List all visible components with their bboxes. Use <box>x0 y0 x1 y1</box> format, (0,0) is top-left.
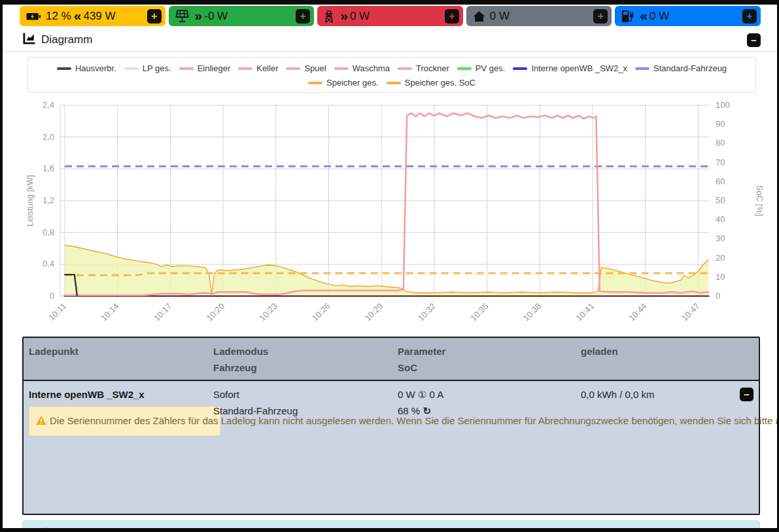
battery-charging-icon <box>26 10 41 22</box>
flow-direction-icon: » <box>340 8 347 24</box>
legend-item[interactable]: Hausverbr. <box>57 63 116 73</box>
svg-text:0,4: 0,4 <box>43 259 54 269</box>
flow-direction-icon: « <box>640 8 646 24</box>
svg-text:0: 0 <box>50 291 54 301</box>
svg-text:10:32: 10:32 <box>415 301 438 324</box>
svg-text:40: 40 <box>716 214 725 224</box>
warning-icon <box>35 413 47 431</box>
legend-swatch <box>398 67 412 70</box>
status-badge-grid[interactable]: »0 W+ <box>317 6 463 26</box>
legend-label: Trockner <box>416 63 449 73</box>
house-icon <box>473 10 485 22</box>
svg-text:0: 0 <box>716 291 720 301</box>
svg-text:10: 10 <box>716 272 725 282</box>
legend-item[interactable]: PV ges. <box>457 63 506 73</box>
badge-expand-button[interactable]: + <box>593 9 608 24</box>
legend-item[interactable]: LP ges. <box>124 63 171 73</box>
status-badge-house[interactable]: 0 W+ <box>466 6 612 26</box>
openwb-page: 12 %«439 W+»-0 W+»0 W+0 W+«0 W+ Diagramm… <box>3 5 777 528</box>
badge-expand-button[interactable]: + <box>147 9 162 24</box>
svg-text:10:38: 10:38 <box>521 301 544 324</box>
legend-swatch <box>124 67 139 70</box>
area-chart-icon <box>22 33 35 47</box>
svg-text:10:41: 10:41 <box>574 301 597 324</box>
badge-power-value: 439 W <box>83 10 115 23</box>
svg-text:10:26: 10:26 <box>310 301 332 324</box>
charge-mode: Sofort <box>213 386 398 403</box>
diagram-header: Diagramm − <box>3 31 777 52</box>
legend-swatch <box>308 82 322 84</box>
svg-text:10:44: 10:44 <box>627 301 649 324</box>
legend-item[interactable]: Standard-Fahrzeug <box>635 63 727 73</box>
legend-item[interactable]: Einlieger <box>179 63 231 73</box>
svg-text:20: 20 <box>716 253 725 263</box>
table-header: Ladepunkt LademodusFahrzeug ParameterSoC… <box>24 338 759 380</box>
transmission-tower-icon <box>324 9 334 23</box>
svg-text:10:17: 10:17 <box>152 301 174 324</box>
badge-expand-button[interactable]: + <box>742 9 757 24</box>
svg-text:1,6: 1,6 <box>43 163 54 173</box>
header-ladepunkt: Ladepunkt <box>29 343 213 359</box>
svg-text:10:47: 10:47 <box>680 301 702 324</box>
header-geladen: geladen <box>581 343 731 359</box>
legend-swatch <box>635 67 649 70</box>
chargepoint-table: Ladepunkt LademodusFahrzeug ParameterSoC… <box>22 337 760 515</box>
power-chart: 00,40,81,21,62,02,4010203040506070809010… <box>22 96 765 331</box>
charge-parameter: 0 W ① 0 A <box>398 386 581 403</box>
row-collapse-button[interactable]: − <box>740 388 753 401</box>
vehicle-name: Standard-Fahrzeug <box>213 403 398 419</box>
chargepoint-name: Interne openWB _SW2_x <box>29 386 213 403</box>
serial-warning-box: Die Seriennummer des Zählers für das Lad… <box>29 407 220 436</box>
diagram-collapse-button[interactable]: − <box>747 33 761 47</box>
svg-text:10:29: 10:29 <box>363 301 385 324</box>
svg-text:80: 80 <box>716 138 725 148</box>
chart-area: 00,40,81,21,62,02,4010203040506070809010… <box>22 96 777 334</box>
legend-label: PV ges. <box>476 63 506 73</box>
legend-label: Einlieger <box>198 63 231 73</box>
svg-text:100: 100 <box>716 100 730 110</box>
table-row: Interne openWB _SW2_x Die Seriennummer d… <box>24 380 759 514</box>
legend-label: Hausverbr. <box>75 63 116 73</box>
chart-legend: Hausverbr.LP ges.EinliegerKellerSpuelWas… <box>27 57 756 93</box>
solar-panel-icon <box>175 10 189 22</box>
legend-item[interactable]: Interne openWB _SW2_x <box>513 63 627 73</box>
svg-text:10:23: 10:23 <box>257 301 279 324</box>
svg-text:10:11: 10:11 <box>46 301 68 323</box>
svg-text:1,2: 1,2 <box>43 195 54 205</box>
svg-text:0,8: 0,8 <box>43 227 54 237</box>
legend-swatch <box>57 67 71 70</box>
legend-item[interactable]: Trockner <box>398 63 449 73</box>
svg-text:10:35: 10:35 <box>468 301 491 324</box>
soc-refresh-icon[interactable]: ↻ <box>423 405 431 416</box>
status-badge-battery[interactable]: 12 %«439 W+ <box>20 6 165 26</box>
soc-value: 68 % <box>398 405 420 416</box>
header-fahrzeug: Fahrzeug <box>213 359 398 376</box>
diagram-title: Diagramm <box>41 33 92 46</box>
evu-error-alert: Fehler beim Auslesen des Zählers EVU SE … <box>22 520 760 528</box>
status-badge-pv[interactable]: »-0 W+ <box>169 6 315 26</box>
legend-label: Speicher ges. <box>326 78 379 88</box>
header-parameter: Parameter <box>398 343 581 359</box>
legend-swatch <box>238 67 252 70</box>
legend-item[interactable]: Spuel <box>286 63 326 73</box>
legend-item[interactable]: Waschma <box>334 63 390 73</box>
legend-swatch <box>179 67 194 70</box>
badge-power-value: 0 W <box>490 10 510 23</box>
badge-expand-button[interactable]: + <box>445 9 459 24</box>
info-icon <box>40 527 51 528</box>
svg-text:70: 70 <box>716 158 725 167</box>
badge-expand-button[interactable]: + <box>296 9 310 24</box>
status-badge-chargepoint[interactable]: «0 W+ <box>615 6 761 26</box>
legend-label: Waschma <box>353 63 390 73</box>
legend-label: Spuel <box>304 63 326 73</box>
legend-item[interactable]: Keller <box>238 63 278 73</box>
svg-text:SoC [%]: SoC [%] <box>755 185 765 216</box>
badge-power-value: -0 W <box>204 10 228 23</box>
badge-power-value: 0 W <box>649 10 669 23</box>
header-lademodus: Lademodus <box>213 343 398 359</box>
legend-item[interactable]: Speicher ges. <box>308 78 379 88</box>
svg-text:90: 90 <box>716 119 725 129</box>
legend-swatch <box>286 67 300 70</box>
legend-swatch <box>513 67 527 70</box>
legend-item[interactable]: Speicher ges. SoC <box>387 78 476 88</box>
